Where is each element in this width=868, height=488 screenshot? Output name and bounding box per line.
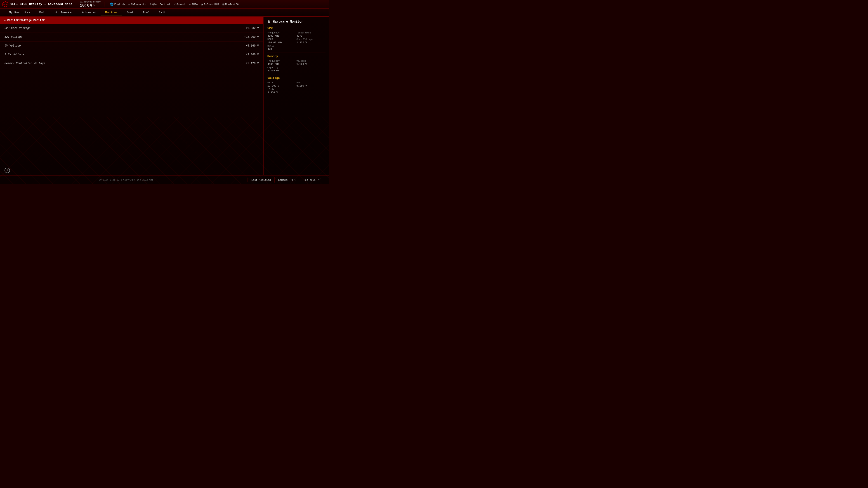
hw-cpu-bclk-label: BCLK bbox=[268, 38, 297, 41]
voltage-name-cpu-core: CPU Core Voltage bbox=[4, 27, 31, 30]
hw-cpu-ratio-label: Ratio bbox=[268, 45, 326, 47]
aura-icon: ✦ bbox=[189, 2, 191, 6]
hw-volt-33v-label: +3.3V bbox=[268, 88, 326, 91]
tab-boot[interactable]: Boot bbox=[122, 9, 138, 16]
hw-cpu-corevolt-label: Core Voltage bbox=[297, 38, 326, 41]
hw-mem-volt-value: 1.120 V bbox=[297, 63, 326, 66]
voltage-name-5v: 5V Voltage bbox=[4, 44, 21, 47]
hw-cpu-freq-label: Frequency bbox=[268, 32, 297, 34]
logo-area: ROG UEFI BIOS Utility – Advanced Mode bbox=[2, 1, 72, 7]
toolbar-search[interactable]: ? Search bbox=[174, 2, 185, 6]
ezmode-button[interactable]: EzMode(F7) ↪ bbox=[274, 177, 300, 183]
fan-icon: ⚙ bbox=[150, 2, 151, 6]
hotkeys-button[interactable]: Hot Keys ? bbox=[300, 177, 324, 183]
breadcrumb: Monitor\Voltage Monitor bbox=[7, 19, 45, 22]
hw-volt-5v-value: 5.160 V bbox=[297, 85, 326, 87]
header-divider-2 bbox=[104, 2, 104, 6]
header-divider bbox=[76, 2, 76, 6]
settings-icon[interactable]: ⚙ bbox=[93, 4, 94, 7]
tab-ai-tweaker[interactable]: Ai Tweaker bbox=[51, 9, 78, 16]
hw-cpu-ratio-row: Ratio 49x bbox=[268, 45, 326, 51]
hw-divider-2 bbox=[268, 74, 326, 74]
rog-logo: ROG bbox=[2, 1, 8, 7]
hw-mem-cap-label: Capacity bbox=[268, 66, 326, 69]
hw-monitor-header: 🖥 Hardware Monitor bbox=[268, 20, 326, 24]
last-modified-button[interactable]: Last Modified bbox=[248, 178, 274, 182]
toolbar-memtest[interactable]: ▦ MemTest86 bbox=[222, 2, 239, 6]
toolbar-aura[interactable]: ✦ AURA bbox=[189, 2, 197, 6]
toolbar-myfavorite[interactable]: ⌨ MyFavorite bbox=[128, 2, 146, 6]
main-content: ← Monitor\Voltage Monitor CPU Core Volta… bbox=[0, 17, 329, 175]
breadcrumb-bar: ← Monitor\Voltage Monitor bbox=[0, 17, 264, 24]
hw-mem-volt-label: Voltage bbox=[297, 60, 326, 62]
hw-monitor-title: Hardware Monitor bbox=[273, 20, 303, 24]
keyboard-icon: ⌨ bbox=[128, 2, 130, 6]
voltage-item-5v[interactable]: 5V Voltage +5.160 V bbox=[0, 41, 264, 51]
ezmode-arrow-icon: ↪ bbox=[294, 178, 296, 182]
hw-mem-cap-col: Capacity 32768 MB bbox=[268, 66, 326, 72]
hw-volt-12v-value: 12.000 V bbox=[268, 85, 297, 87]
mem-icon: ▦ bbox=[222, 2, 224, 6]
hw-cpu-freq-temp-row: Frequency 4900 MHz Temperature 47°C bbox=[268, 32, 326, 37]
hw-voltage-section-title: Voltage bbox=[268, 76, 326, 80]
tab-my-favorites[interactable]: My Favorites bbox=[4, 9, 35, 16]
footer-bar: Version 2.21.1278 Copyright (C) 2022 AMI… bbox=[0, 175, 329, 184]
hw-cpu-freq-col: Frequency 4900 MHz bbox=[268, 32, 297, 37]
time-area: 10:04 ⚙ bbox=[80, 3, 94, 8]
hw-volt-12v-label: +12V bbox=[268, 82, 297, 84]
hw-mem-freq-col: Frequency 4800 MHz bbox=[268, 60, 297, 66]
voltage-value-5v: +5.160 V bbox=[246, 44, 259, 47]
voltage-name-mem-ctrl: Memory Controller Voltage bbox=[4, 62, 45, 65]
hw-divider-1 bbox=[268, 52, 326, 53]
back-arrow-icon[interactable]: ← bbox=[4, 19, 5, 22]
hw-memory-section-title: Memory bbox=[268, 55, 326, 58]
hw-cpu-temp-value: 47°C bbox=[297, 35, 326, 37]
voltage-item-33v[interactable]: 3.3V Voltage +3.360 V bbox=[0, 51, 264, 59]
app-title: UEFI BIOS Utility – Advanced Mode bbox=[10, 2, 72, 6]
hw-volt-5v-col: +5V 5.160 V bbox=[297, 82, 326, 87]
voltage-item-cpu-core[interactable]: CPU Core Voltage +1.332 V bbox=[0, 24, 264, 33]
voltage-item-mem-ctrl[interactable]: Memory Controller Voltage +1.120 V bbox=[0, 59, 264, 68]
header-bar: ROG UEFI BIOS Utility – Advanced Mode 08… bbox=[0, 0, 329, 8]
monitor-icon: 🖥 bbox=[268, 20, 271, 24]
voltage-list: CPU Core Voltage +1.332 V 12V Voltage +1… bbox=[0, 24, 264, 165]
hw-volt-12v-col: +12V 12.000 V bbox=[268, 82, 297, 87]
info-icon[interactable]: i bbox=[4, 168, 10, 173]
toolbar-resizebar[interactable]: ▣ ReSize BAR bbox=[202, 2, 219, 6]
datetime-area: 08/22/2022 Monday 10:04 ⚙ bbox=[80, 1, 101, 8]
ezmode-label: EzMode(F7) bbox=[278, 179, 293, 182]
hw-cpu-bclk-volt-row: BCLK 100.00 MHz Core Voltage 1.332 V bbox=[268, 38, 326, 44]
hw-cpu-ratio-col: Ratio 49x bbox=[268, 45, 326, 51]
hw-cpu-freq-value: 4900 MHz bbox=[268, 35, 297, 37]
hw-volt-5v-label: +5V bbox=[297, 82, 326, 84]
hw-cpu-corevolt-col: Core Voltage 1.332 V bbox=[297, 38, 326, 44]
tab-exit[interactable]: Exit bbox=[154, 9, 170, 16]
last-modified-label: Last Modified bbox=[251, 179, 271, 182]
hw-mem-cap-row: Capacity 32768 MB bbox=[268, 66, 326, 72]
search-icon: ? bbox=[174, 2, 176, 6]
hw-mem-freq-label: Frequency bbox=[268, 60, 297, 62]
resize-icon: ▣ bbox=[202, 2, 203, 6]
svg-text:ROG: ROG bbox=[3, 3, 7, 6]
toolbar-english[interactable]: 🌐 English bbox=[110, 2, 125, 6]
time-display: 10:04 bbox=[80, 3, 92, 8]
nav-bar: My Favorites Main Ai Tweaker Advanced Mo… bbox=[0, 8, 329, 17]
hw-mem-volt-col: Voltage 1.120 V bbox=[297, 60, 326, 66]
info-area: i bbox=[0, 165, 264, 175]
hotkeys-label: Hot Keys bbox=[304, 179, 315, 182]
voltage-value-33v: +3.360 V bbox=[246, 53, 259, 56]
hw-cpu-section-title: CPU bbox=[268, 26, 326, 30]
hw-volt-12v-5v-row: +12V 12.000 V +5V 5.160 V bbox=[268, 82, 326, 87]
voltage-name-12v: 12V Voltage bbox=[4, 35, 22, 39]
version-text: Version 2.21.1278 Copyright (C) 2022 AMI bbox=[4, 179, 248, 181]
voltage-item-12v[interactable]: 12V Voltage +12.000 V bbox=[0, 33, 264, 41]
tab-tool[interactable]: Tool bbox=[138, 9, 154, 16]
hw-volt-33v-row: +3.3V 3.360 V bbox=[268, 88, 326, 94]
tab-monitor[interactable]: Monitor bbox=[101, 9, 122, 16]
toolbar-qfan[interactable]: ⚙ Qfan Control bbox=[150, 2, 170, 6]
tab-main[interactable]: Main bbox=[35, 9, 51, 16]
hotkeys-icon: ? bbox=[317, 178, 321, 182]
hw-mem-cap-value: 32768 MB bbox=[268, 69, 326, 72]
tab-advanced[interactable]: Advanced bbox=[78, 9, 101, 16]
hw-cpu-temp-col: Temperature 47°C bbox=[297, 32, 326, 37]
